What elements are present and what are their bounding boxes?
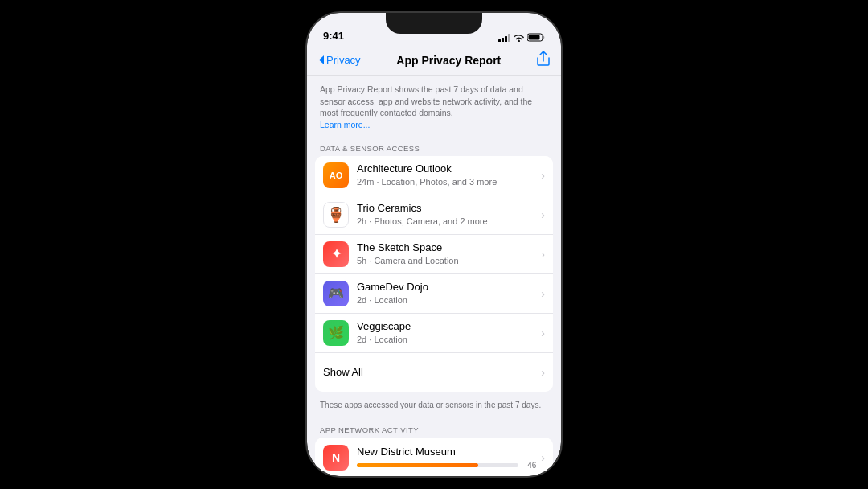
- app-name-gamedev: GameDev Dojo: [357, 281, 536, 294]
- network-item[interactable]: N New District Museum 46 ›: [315, 438, 553, 476]
- show-all-item[interactable]: Show All ›: [315, 353, 553, 392]
- network-name-museum: New District Museum: [357, 446, 536, 458]
- app-icon-sketch: ✦: [323, 241, 349, 267]
- scroll-content[interactable]: App Privacy Report shows the past 7 days…: [307, 76, 561, 476]
- chevron-icon: ›: [541, 366, 545, 379]
- app-icon-museum: N: [323, 445, 349, 471]
- description-text: App Privacy Report shows the past 7 days…: [320, 84, 532, 117]
- chevron-icon: ›: [541, 248, 545, 261]
- description-block: App Privacy Report shows the past 7 days…: [307, 76, 561, 138]
- chevron-left-icon: [318, 55, 325, 65]
- chevron-icon: ›: [541, 287, 545, 300]
- back-button[interactable]: Privacy: [318, 54, 361, 66]
- bar-track-museum: [357, 463, 518, 467]
- battery-icon: [527, 33, 545, 42]
- network-content-museum: New District Museum 46: [357, 446, 536, 470]
- list-item[interactable]: 🌿 Veggiscape 2d · Location ›: [315, 314, 553, 353]
- network-section-header: APP NETWORK ACTIVITY: [307, 419, 561, 438]
- app-icon-veggi: 🌿: [323, 320, 349, 346]
- app-name-ao: Architecture Outlook: [357, 162, 536, 176]
- list-item[interactable]: 🏺 Trio Ceramics 2h · Photos, Camera, and…: [315, 195, 553, 235]
- item-content-veggi: Veggiscape 2d · Location: [357, 320, 536, 345]
- svg-rect-2: [505, 36, 507, 42]
- network-activity-list: N New District Museum 46 › 🏺: [315, 438, 553, 476]
- show-all-label: Show All: [323, 366, 363, 378]
- chevron-icon: ›: [541, 208, 545, 221]
- notch: [386, 13, 482, 34]
- app-icon-gamedev: 🎮: [323, 281, 349, 306]
- app-name-sketch: The Sketch Space: [357, 241, 536, 255]
- app-icon-ao: AO: [323, 162, 349, 188]
- item-content-trio: Trio Ceramics 2h · Photos, Camera, and 2…: [357, 202, 536, 227]
- app-sub-ao: 24m · Location, Photos, and 3 more: [357, 176, 536, 187]
- back-label: Privacy: [326, 54, 361, 66]
- data-footnote: These apps accessed your data or sensors…: [307, 395, 561, 419]
- share-icon: [537, 51, 550, 66]
- app-sub-sketch: 5h · Camera and Location: [357, 255, 536, 266]
- app-sub-veggi: 2d · Location: [357, 334, 536, 345]
- svg-rect-3: [508, 34, 510, 42]
- svg-rect-0: [498, 39, 501, 42]
- chevron-icon: ›: [541, 451, 545, 464]
- learn-more-link[interactable]: Learn more...: [320, 120, 370, 129]
- item-content-ao: Architecture Outlook 24m · Location, Pho…: [357, 162, 536, 187]
- bar-fill-museum: [357, 463, 478, 467]
- list-item[interactable]: ✦ The Sketch Space 5h · Camera and Locat…: [315, 235, 553, 274]
- item-content-sketch: The Sketch Space 5h · Camera and Locatio…: [357, 241, 536, 266]
- app-icon-trio: 🏺: [323, 202, 349, 228]
- app-name-trio: Trio Ceramics: [357, 202, 536, 216]
- signal-icon: [498, 34, 510, 42]
- wifi-icon: [514, 34, 524, 42]
- phone-screen: 9:41 Privacy App Privacy Report App Priv…: [307, 13, 561, 476]
- app-name-veggi: Veggiscape: [357, 320, 536, 334]
- status-icons: [498, 33, 545, 42]
- app-sub-trio: 2h · Photos, Camera, and 2 more: [357, 216, 536, 227]
- app-sub-gamedev: 2d · Location: [357, 294, 536, 306]
- chevron-icon: ›: [541, 169, 545, 182]
- status-time: 9:41: [323, 30, 344, 42]
- list-item[interactable]: AO Architecture Outlook 24m · Location, …: [315, 156, 553, 195]
- bar-count-museum: 46: [523, 461, 536, 470]
- svg-rect-5: [529, 35, 540, 40]
- phone-frame: 9:41 Privacy App Privacy Report App Priv…: [305, 11, 563, 478]
- data-section-header: DATA & SENSOR ACCESS: [307, 138, 561, 156]
- bar-row-museum: 46: [357, 461, 536, 470]
- item-content-gamedev: GameDev Dojo 2d · Location: [357, 281, 536, 306]
- nav-bar: Privacy App Privacy Report: [307, 45, 561, 76]
- share-button[interactable]: [537, 51, 550, 69]
- data-access-list: AO Architecture Outlook 24m · Location, …: [315, 156, 553, 392]
- chevron-icon: ›: [541, 327, 545, 339]
- list-item[interactable]: 🎮 GameDev Dojo 2d · Location ›: [315, 274, 553, 314]
- nav-title: App Privacy Report: [396, 54, 501, 67]
- svg-rect-1: [502, 38, 504, 42]
